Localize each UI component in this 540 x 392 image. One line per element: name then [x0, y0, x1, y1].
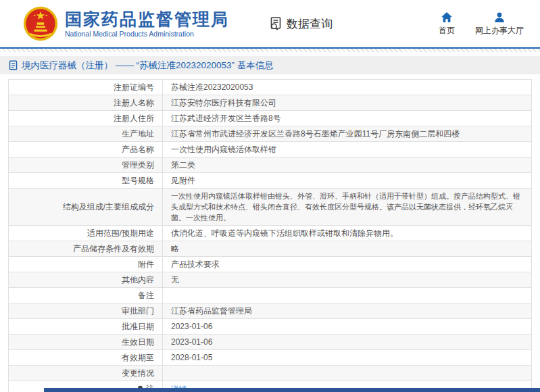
- row-label: 其他内容: [122, 275, 154, 285]
- row-label: 注册人名称: [114, 98, 154, 107]
- row-value-cell: 江苏安特尔医疗科技有限公司: [163, 95, 532, 111]
- row-value: 一次性使用内窥镜活体取样钳由钳头、外管、滑环、手柄和针（适用于带针型）组成。按产…: [171, 192, 520, 222]
- row-label: 管理类别: [122, 160, 154, 170]
- table-row: 其他内容无: [9, 272, 532, 288]
- row-label: 注册人住所: [114, 114, 154, 123]
- footer-bar: [44, 388, 540, 392]
- row-value: 2023-01-06: [171, 322, 212, 331]
- row-label: 审批部门: [122, 306, 154, 316]
- row-value: 产品技术要求: [171, 260, 220, 269]
- row-label-cell: 备注: [9, 288, 163, 303]
- org-name-en: National Medical Products Administration: [65, 30, 229, 38]
- row-value-cell: 江苏武进经济开发区兰香路8号: [163, 111, 532, 126]
- top-header: 国家药品监督管理局 National Medical Products Admi…: [0, 0, 540, 47]
- page-title: 境内医疗器械（注册） —— “苏械注准20232020053” 基本信息: [22, 59, 274, 72]
- row-value-cell: [163, 366, 532, 381]
- row-label: 产品名称: [122, 145, 154, 154]
- table-row: 审批部门江苏省药品监督管理局: [9, 303, 532, 319]
- row-label-cell: 管理类别: [9, 157, 163, 173]
- table-row: 型号规格见附件: [9, 173, 532, 189]
- national-emblem-icon: [23, 6, 58, 41]
- org-names: 国家药品监督管理局 National Medical Products Admi…: [65, 9, 229, 38]
- nav-item-service-hall[interactable]: 网上办事大厅: [475, 11, 524, 36]
- page: 国家药品监督管理局 National Medical Products Admi…: [0, 0, 540, 392]
- row-value: 第二类: [171, 160, 195, 170]
- table-row: 生产地址江苏省常州市武进经济开发区兰香路8号石墨烯产业园11号厂房东南侧二层和四…: [9, 126, 532, 142]
- row-label: 有效期至: [122, 353, 154, 362]
- table-row: 批准日期2023-01-06: [9, 319, 532, 335]
- row-label: 附件: [138, 260, 154, 269]
- row-label-cell: 附件: [9, 257, 163, 272]
- row-value-cell: [163, 288, 532, 303]
- row-label-cell: 审批部门: [9, 303, 163, 319]
- table-row: 管理类别第二类: [9, 157, 532, 173]
- row-label: 变更情况: [122, 368, 154, 378]
- info-table-body: 注册证编号苏械注准20232020053注册人名称江苏安特尔医疗科技有限公司注册…: [9, 80, 532, 392]
- row-value-cell: 2023-01-06: [163, 335, 532, 350]
- document-icon: [9, 60, 18, 70]
- hatch-band: [0, 49, 540, 52]
- table-row: 注册证编号苏械注准20232020053: [9, 80, 532, 95]
- nav-item-label: 首页: [439, 25, 455, 36]
- row-label: 产品储存条件及有效期: [73, 244, 154, 253]
- row-label-cell: 产品储存条件及有效期: [9, 241, 163, 257]
- row-label: 批准日期: [122, 322, 154, 331]
- nav-item-home[interactable]: 首页: [439, 11, 455, 36]
- nav-item-label: 网上办事大厅: [475, 25, 524, 36]
- table-row: 备注: [9, 288, 532, 303]
- row-value-cell: 2028-01-05: [163, 350, 532, 366]
- row-label-cell: 批准日期: [9, 319, 163, 335]
- row-value: 江苏省药品监督管理局: [171, 306, 252, 316]
- row-value-cell: 产品技术要求: [163, 257, 532, 272]
- row-label-cell: 变更情况: [9, 366, 163, 381]
- row-value: 苏械注准20232020053: [171, 82, 253, 92]
- row-value-cell: 略: [163, 241, 532, 257]
- row-value-cell: 一次性使用内窥镜活体取样钳: [163, 142, 532, 157]
- row-value-cell: 供消化道、呼吸道等内窥镜下活组织取样或钳取和清除异物用。: [163, 226, 532, 241]
- document-search-icon: [268, 16, 283, 31]
- row-value-cell: 第二类: [163, 157, 532, 173]
- row-label-cell: 注册证编号: [9, 80, 163, 95]
- row-value-cell: 一次性使用内窥镜活体取样钳由钳头、外管、滑环、手柄和针（适用于带针型）组成。按产…: [163, 189, 532, 226]
- row-value: 江苏安特尔医疗科技有限公司: [171, 98, 276, 107]
- row-value-cell: 见附件: [163, 173, 532, 189]
- table-row: 注册人住所江苏武进经济开发区兰香路8号: [9, 111, 532, 126]
- row-value-cell: 无: [163, 272, 532, 288]
- row-label-cell: 适用范围/预期用途: [9, 226, 163, 241]
- row-label: 适用范围/预期用途: [87, 228, 154, 238]
- row-value: 2028-01-05: [171, 353, 212, 362]
- row-value: 一次性使用内窥镜活体取样钳: [171, 145, 276, 154]
- table-row: 附件产品技术要求: [9, 257, 532, 272]
- table-row: 有效期至2028-01-05: [9, 350, 532, 366]
- data-query-label: 数据查询: [287, 16, 333, 32]
- org-name-cn: 国家药品监督管理局: [65, 9, 229, 28]
- row-value: 供消化道、呼吸道等内窥镜下活组织取样或钳取和清除异物用。: [171, 228, 398, 238]
- row-label-cell: 其他内容: [9, 272, 163, 288]
- home-icon: [441, 11, 453, 23]
- row-value: 江苏省常州市武进经济开发区兰香路8号石墨烯产业园11号厂房东南侧二层和四楼: [171, 129, 460, 139]
- row-label-cell: 结构及组成/主要组成成分: [9, 189, 163, 226]
- breadcrumb: 境内医疗器械（注册） —— “苏械注准20232020053” 基本信息: [0, 56, 540, 74]
- row-label: 生产地址: [122, 129, 154, 139]
- row-label: 备注: [138, 291, 154, 300]
- top-nav: 首页 网上办事大厅: [439, 11, 540, 36]
- row-label-cell: 生效日期: [9, 335, 163, 350]
- row-label: 型号规格: [122, 176, 154, 185]
- row-label-cell: 产品名称: [9, 142, 163, 157]
- row-label: 注册证编号: [114, 82, 154, 92]
- row-label-cell: 注册人名称: [9, 95, 163, 111]
- row-value: 2023-01-06: [171, 337, 212, 347]
- table-row: 产品名称一次性使用内窥镜活体取样钳: [9, 142, 532, 157]
- row-label: 生效日期: [122, 337, 154, 347]
- data-query-link[interactable]: 数据查询: [268, 16, 333, 32]
- nmpa-logo-link[interactable]: 国家药品监督管理局 National Medical Products Admi…: [23, 6, 229, 41]
- table-row: 适用范围/预期用途供消化道、呼吸道等内窥镜下活组织取样或钳取和清除异物用。: [9, 226, 532, 241]
- table-row: 变更情况: [9, 366, 532, 381]
- row-value-cell: 江苏省常州市武进经济开发区兰香路8号石墨烯产业园11号厂房东南侧二层和四楼: [163, 126, 532, 142]
- row-value-cell: 苏械注准20232020053: [163, 80, 532, 95]
- row-value: 江苏武进经济开发区兰香路8号: [171, 114, 281, 123]
- row-value: 略: [171, 244, 179, 253]
- registration-info-table: 注册证编号苏械注准20232020053注册人名称江苏安特尔医疗科技有限公司注册…: [8, 79, 532, 392]
- row-value: 无: [171, 275, 179, 285]
- row-label-cell: 有效期至: [9, 350, 163, 366]
